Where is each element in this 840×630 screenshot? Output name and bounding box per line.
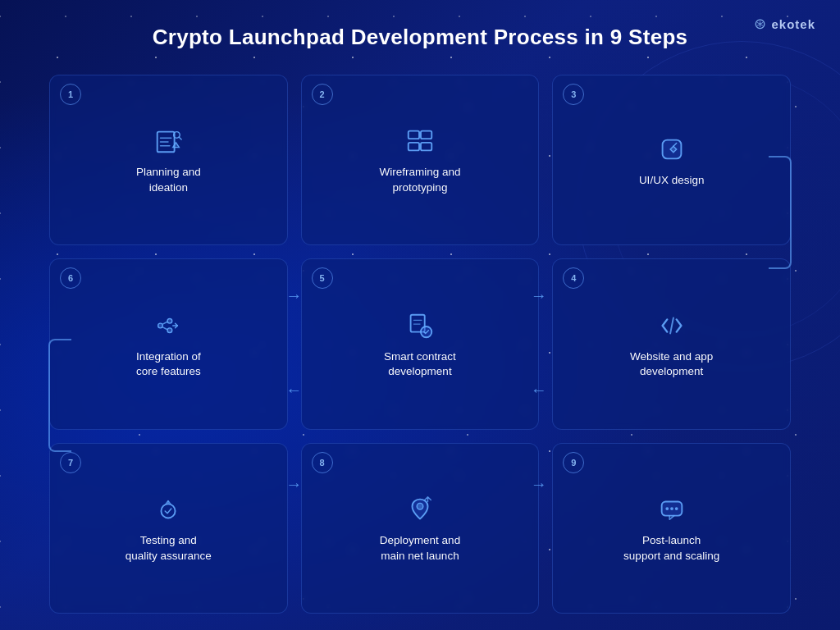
main-container: Crypto Launchpad Development Process in … [0,0,840,630]
steps-grid: 1 Planning andideation → 2 Wi [49,75,791,614]
step-2-card: 2 Wireframing andprototyping [301,75,540,245]
step-5-number: 5 [312,267,333,289]
connector-right [769,156,792,269]
svg-line-20 [670,317,673,333]
svg-rect-9 [421,143,431,151]
planning-icon [153,126,184,157]
webapp-icon [656,310,687,341]
logo-area: ⊛ ekotek [754,15,815,33]
svg-rect-6 [409,131,419,139]
svg-line-5 [180,138,182,140]
svg-point-26 [670,507,673,510]
step-4-number: 4 [563,267,584,289]
step-4-label: Website and appdevelopment [630,349,713,381]
svg-point-21 [162,504,176,518]
arrow-2-3: → [531,285,547,304]
testing-icon [153,494,184,525]
step-7-label: Testing andquality assurance [126,533,212,564]
svg-point-12 [167,318,172,323]
step-9-card: 9 Post-launchsupport and scaling [552,443,791,614]
step-4-card: 4 Website and appdevelopment [552,258,791,429]
logo-icon: ⊛ [754,15,766,33]
step-6-number: 6 [60,267,81,289]
step-8-card: 8 Deployment andmain net launch [301,443,540,614]
step-7-card: 7 Testing andquality assurance [49,443,288,614]
step-3-number: 3 [563,84,584,105]
step-1-card: 1 Planning andideation [49,75,288,245]
arrow-5-6: ← [285,380,302,399]
svg-point-13 [167,327,172,332]
step-3-label: UI/UX design [639,173,705,189]
step-9-number: 9 [563,452,584,473]
step-2-number: 2 [312,84,333,105]
svg-rect-7 [421,131,431,139]
support-icon [656,494,687,525]
step-5-label: Smart contractdevelopment [384,349,456,381]
arrow-8-9: → [531,474,547,493]
step-2-label: Wireframing andprototyping [379,165,460,196]
svg-point-23 [417,503,423,509]
step-8-label: Deployment andmain net launch [380,533,460,564]
step-1-number: 1 [60,84,81,105]
svg-point-11 [158,323,163,328]
step-9-label: Post-launchsupport and scaling [623,533,719,564]
wireframe-icon [404,126,436,157]
step-7-number: 7 [60,452,81,473]
svg-line-15 [163,326,168,329]
arrow-7-8: → [285,474,302,493]
design-icon [656,134,687,165]
step-5-card: 5 Smart contractdevelopment [301,258,540,429]
svg-point-25 [665,507,669,510]
step-6-label: Integration ofcore features [136,349,201,381]
svg-line-14 [163,322,168,324]
step-1-label: Planning andideation [136,165,201,196]
page-title: Crypto Launchpad Development Process in … [153,25,688,50]
deployment-icon [404,494,436,525]
logo-text: ekotek [771,17,815,31]
arrow-4-5: ← [531,380,547,399]
step-6-card: 6 Integration ofcore features [49,258,288,429]
step-3-card: 3 UI/UX design [552,75,791,245]
integration-icon [153,310,184,341]
arrow-1-2: → [285,285,302,304]
svg-rect-8 [409,143,419,151]
connector-left [48,339,71,452]
step-8-number: 8 [312,452,333,473]
smartcontract-icon [404,310,436,341]
svg-point-27 [674,507,678,510]
